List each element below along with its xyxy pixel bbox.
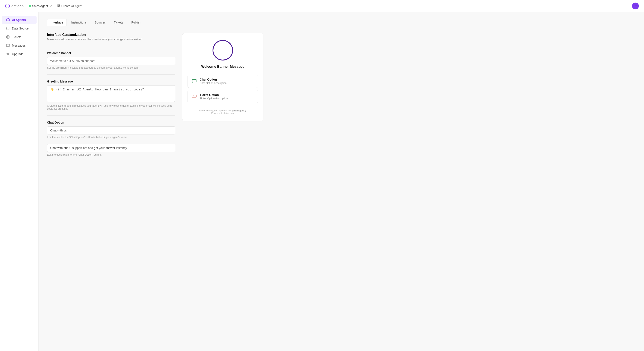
app-logo[interactable]: actions — [5, 4, 24, 8]
form-description: Make your adjustments here and be sure t… — [47, 38, 175, 41]
sidebar-item-messages[interactable]: Messages — [2, 42, 36, 50]
create-agent-button[interactable]: Create AI Agent — [57, 4, 82, 8]
preview-panel-container: Welcome Banner Message Chat Option Chat … — [182, 33, 264, 162]
main-content: Interface Instructions Sources Tickets P… — [38, 12, 644, 351]
tab-tickets[interactable]: Tickets — [110, 19, 127, 26]
preview-options: Chat Option Chat Option description Tick… — [188, 74, 258, 103]
svg-point-6 — [8, 36, 8, 38]
sidebar-item-tickets[interactable]: Tickets — [2, 33, 36, 41]
divider-3 — [47, 116, 175, 116]
section-divider — [47, 46, 175, 46]
user-avatar[interactable]: P — [632, 2, 639, 10]
sidebar: AI Agents Data Source Tickets Messages U… — [0, 12, 38, 351]
svg-rect-7 — [192, 95, 196, 97]
sidebar-item-ai-agents[interactable]: AI Agents — [2, 16, 36, 24]
chevron-down-icon — [50, 5, 52, 7]
greeting-message-hint: Create a list of greeting messages your … — [47, 104, 175, 110]
chat-option-desc-hint: Edit the description for the "Chat Optio… — [47, 153, 175, 156]
create-agent-label: Create AI Agent — [61, 4, 82, 8]
chat-option-input[interactable] — [47, 126, 175, 134]
sidebar-item-upgrade[interactable]: Upgrade — [2, 50, 36, 58]
chat-option-hint: Edit the text for the "Chat Option" butt… — [47, 136, 175, 139]
agent-status-dot — [29, 5, 31, 7]
sidebar-messages-label: Messages — [12, 44, 26, 47]
preview-panel: Welcome Banner Message Chat Option Chat … — [182, 33, 264, 122]
agent-selector[interactable]: Sales Agent — [29, 4, 52, 8]
sidebar-tickets-label: Tickets — [12, 35, 22, 39]
chat-option-label: Chat Option — [47, 121, 175, 124]
chat-option-desc-field: Edit the description for the "Chat Optio… — [47, 144, 175, 156]
preview-chat-option-texts: Chat Option Chat Option description — [200, 78, 226, 85]
interface-form: Interface Customization Make your adjust… — [47, 33, 175, 162]
preview-footer: By continuing, you agree to our privacy … — [199, 109, 247, 114]
preview-ticket-option-texts: Ticket Option Ticket Option description — [200, 93, 228, 100]
svg-point-2 — [7, 20, 8, 20]
chat-option-icon — [191, 78, 197, 84]
welcome-banner-hint: Set the prominent message that appears a… — [47, 66, 175, 69]
greeting-message-textarea[interactable]: 👋 Hi! I am an AI Agent. How can I assist… — [47, 85, 175, 102]
tab-publish[interactable]: Publish — [128, 19, 145, 26]
chat-option-field: Chat Option Edit the text for the "Chat … — [47, 121, 175, 139]
agent-name: Sales Agent — [32, 4, 48, 8]
greeting-message-field: Greeting Message 👋 Hi! I am an AI Agent.… — [47, 80, 175, 110]
chat-option-desc-input[interactable] — [47, 144, 175, 152]
ticket-option-icon — [191, 93, 197, 99]
messages-icon — [6, 44, 10, 48]
preview-logo-ring — [212, 40, 233, 60]
svg-point-4 — [7, 27, 9, 28]
ai-agents-icon — [6, 18, 10, 22]
app-name: actions — [12, 4, 24, 8]
preview-ticket-option-desc: Ticket Option description — [200, 97, 228, 100]
sidebar-data-source-label: Data Source — [12, 27, 29, 30]
preview-ticket-option-title: Ticket Option — [200, 93, 228, 96]
tab-bar: Interface Instructions Sources Tickets P… — [47, 19, 636, 26]
welcome-banner-label: Welcome Banner — [47, 51, 175, 55]
preview-chat-option-title: Chat Option — [200, 78, 226, 81]
welcome-banner-input[interactable] — [47, 57, 175, 65]
upgrade-icon — [6, 52, 10, 56]
preview-footer-text: By continuing, you agree to our — [199, 109, 231, 112]
powered-by-text: Powered by 0 Actions. — [211, 112, 234, 114]
tickets-icon — [6, 35, 10, 39]
svg-point-5 — [6, 36, 10, 38]
edit-icon — [57, 4, 60, 8]
page-layout: AI Agents Data Source Tickets Messages U… — [0, 12, 644, 351]
avatar-letter: P — [634, 4, 636, 8]
sidebar-ai-agents-label: AI Agents — [12, 18, 26, 22]
greeting-message-label: Greeting Message — [47, 80, 175, 83]
privacy-policy-link[interactable]: privacy policy — [232, 109, 246, 112]
tab-interface[interactable]: Interface — [47, 19, 67, 26]
preview-banner-text: Welcome Banner Message — [201, 65, 244, 68]
svg-point-3 — [8, 20, 9, 20]
content-area: Interface Customization Make your adjust… — [47, 33, 636, 162]
topnav: actions Sales Agent Create AI Agent P — [0, 0, 644, 12]
welcome-banner-field: Welcome Banner Set the prominent message… — [47, 51, 175, 69]
preview-ticket-option-card[interactable]: Ticket Option Ticket Option description — [188, 90, 258, 103]
form-title: Interface Customization — [47, 33, 175, 37]
svg-rect-1 — [6, 19, 10, 21]
logo-icon — [5, 4, 10, 8]
data-source-icon — [6, 26, 10, 30]
sidebar-upgrade-label: Upgrade — [12, 52, 24, 56]
sidebar-item-data-source[interactable]: Data Source — [2, 24, 36, 32]
tab-instructions[interactable]: Instructions — [68, 19, 90, 26]
tab-sources[interactable]: Sources — [91, 19, 109, 26]
preview-chat-option-desc: Chat Option description — [200, 82, 226, 85]
preview-chat-option-card[interactable]: Chat Option Chat Option description — [188, 74, 258, 88]
